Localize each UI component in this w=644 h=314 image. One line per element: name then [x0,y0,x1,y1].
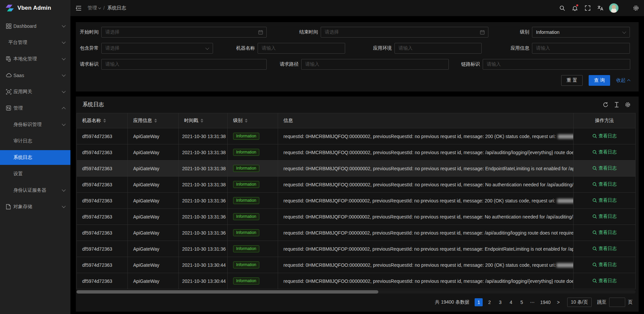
reset-button[interactable]: 重 置 [561,75,583,86]
magnifier-icon [592,150,597,154]
cell-level: Information [228,257,278,273]
logo[interactable]: Vben Admin [0,0,70,16]
sidebar-item-设置[interactable]: 设置 [0,167,70,181]
table-row: df5974d72363 ApiGateWay 2021-10-30 13:30… [77,257,636,273]
collapse-link[interactable]: 收起 [616,77,630,83]
machine-name-input[interactable]: 请输入 [258,43,345,54]
sidebar-item-身份标识管理[interactable]: 身份标识管理 [0,117,70,132]
end-time-picker[interactable]: 请选择 [321,27,488,38]
view-log-link[interactable]: 查看日志 [592,181,617,187]
sidebar-item-应用网关[interactable]: 应用网关 [0,84,70,99]
column-header-1[interactable]: 应用信息 [128,113,179,128]
level-select[interactable]: Information [532,27,630,38]
column-header-0[interactable]: 机器名称 [77,113,128,128]
cell-level: Information [228,225,278,241]
sidebar-item-dashboard[interactable]: Dashboard [0,19,70,34]
horizontal-scrollbar-thumb[interactable] [76,290,378,294]
sidebar-item-系统日志[interactable]: 系统日志 [0,150,70,165]
table-toolbar [603,102,631,108]
sort-caret-icon[interactable] [154,119,157,123]
column-height-icon[interactable] [614,102,619,108]
request-path-input[interactable]: 请输入 [301,59,449,70]
cell-action: 查看日志 [574,241,636,257]
app-title: Vben Admin [17,5,51,11]
search-button[interactable]: 查 询 [589,75,610,86]
view-log-link[interactable]: 查看日志 [592,149,617,155]
horizontal-scrollbar [76,290,636,294]
app-env-input[interactable]: 请输入 [394,43,482,54]
jump-page-input[interactable] [609,298,625,307]
sidebar-item-本地化管理[interactable]: 本地化管理 [0,52,70,66]
cell-timestamp: 2021-10-30 13:30:44 [179,273,228,289]
page-button-4[interactable]: 4 [507,298,515,306]
main-content: 开始时间 请选择 结束时间 请选择 [70,16,644,314]
sort-caret-icon[interactable] [103,119,106,123]
view-log-link[interactable]: 查看日志 [592,262,617,268]
sidebar-item-身份认证服务器[interactable]: 身份认证服务器 [0,183,70,198]
cell-timestamp: 2021-10-30 13:31:38 [179,177,228,193]
filter-field-machine-name: 机器名称 请输入 [232,43,345,54]
view-log-link[interactable]: 查看日志 [592,197,617,203]
page-button-3[interactable]: 3 [496,298,504,306]
view-log-link[interactable]: 查看日志 [592,230,617,236]
cell-level: Information [228,273,278,289]
chevron-icon [62,89,65,93]
request-id-input[interactable]: 请输入 [101,59,267,70]
start-time-picker[interactable]: 请选择 [101,27,267,38]
trace-id-input[interactable]: 请输入 [483,59,630,70]
cell-level: Information [228,128,278,144]
search-icon[interactable] [558,4,566,12]
settings-gear-icon[interactable] [632,4,640,12]
has-exception-select[interactable]: 请选择 [101,43,213,54]
cell-message: requestId: 0HMCRBM8JQFOP:00000002, previ… [278,225,574,241]
cell-message: requestId: 0HMCRBM8JQFOP:00000002, previ… [278,241,574,257]
table-row: df5974d72363 ApiGateWay 2021-10-30 13:31… [77,193,636,209]
sidebar-item-对象存储[interactable]: 对象存储 [0,199,70,214]
cell-message: requestId: 0HMCRBM8JQFOQ:00000002, previ… [278,144,574,161]
view-log-link[interactable]: 查看日志 [592,165,617,171]
cell-app-info: ApiGateWay [128,225,179,241]
filter-field-end-time: 结束时间 请选择 [295,27,488,38]
sort-caret-icon[interactable] [201,119,203,123]
column-header-2[interactable]: 时间戳 [179,113,228,128]
cell-level: Information [228,144,278,161]
sidebar-item-平台管理[interactable]: 平台管理 [0,35,70,50]
menu-fold-icon[interactable] [76,6,82,11]
app-info-input[interactable]: 请输入 [532,43,630,54]
column-settings-icon[interactable] [625,102,631,108]
cell-app-info: ApiGateWay [128,161,179,177]
filter-field-app-info: 应用信息 请输入 [506,43,630,54]
page-button-2[interactable]: 2 [485,298,493,306]
page-button-1[interactable]: 1 [475,298,483,306]
column-header-3[interactable]: 级别 [228,113,278,128]
magnifier-icon [592,134,597,138]
bell-icon[interactable] [571,4,579,12]
sidebar-item-审计日志[interactable]: 审计日志 [0,134,70,148]
page-size-select[interactable]: 10 条/页 [567,298,592,307]
page-button-1940[interactable]: 1940 [539,298,551,306]
sidebar-item-管理[interactable]: 管理 [0,101,70,116]
view-log-link[interactable]: 查看日志 [592,278,617,284]
table-body: df5974d72363 ApiGateWay 2021-10-30 13:31… [77,128,636,289]
avatar[interactable] [609,3,619,13]
view-log-link[interactable]: 查看日志 [592,213,617,219]
sort-caret-icon[interactable] [245,119,248,123]
fullscreen-icon[interactable] [584,4,592,12]
cell-machine-name: df5974d72363 [77,177,128,193]
cell-message: requestId: 0HMCRBM8JQFOQ:00000002, previ… [278,128,574,144]
redacted-blur [558,134,574,139]
next-page-button[interactable]: > [554,298,562,306]
cell-timestamp: 2021-10-30 13:31:38 [179,144,228,161]
refresh-icon[interactable] [603,102,608,108]
view-log-link[interactable]: 查看日志 [592,133,617,139]
view-log-link[interactable]: 查看日志 [592,246,617,252]
breadcrumb-parent[interactable]: 管理 [88,5,101,11]
translate-icon[interactable] [596,4,604,12]
filter-field-trace-id: 链路标识 请输入 [457,59,630,70]
redacted-blur [556,263,574,267]
filter-field-has-exception: 包含异常 请选择 [76,43,213,54]
cell-app-info: ApiGateWay [128,241,179,257]
cell-machine-name: df5974d72363 [77,193,128,209]
sidebar-item-saas[interactable]: Saas [0,68,70,83]
page-button-5[interactable]: 5 [518,298,526,306]
